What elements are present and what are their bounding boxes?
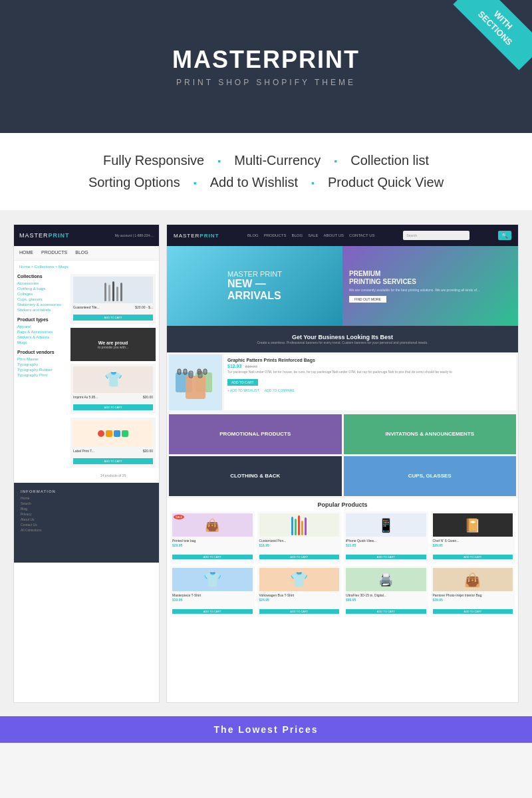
- add-to-cart-btn[interactable]: ADD TO CART: [346, 555, 426, 559]
- filter-types-title: Product types: [17, 317, 67, 322]
- cat-invitations[interactable]: INVITATIONS & ANNOUNCEMENTS: [344, 414, 517, 454]
- product-name: Customized Pen...: [259, 539, 340, 543]
- footer-link-all-collections[interactable]: All Collections: [21, 528, 152, 532]
- right-logo: MASTERPRINT: [174, 233, 219, 239]
- footer-link-about[interactable]: About Us: [21, 517, 152, 521]
- featured-product-title: Graphic Pattern Prints Reinforced Bags: [227, 358, 513, 362]
- search-btn[interactable]: 🔍: [498, 231, 511, 240]
- product-badge: SALE: [174, 515, 184, 519]
- nav-sale[interactable]: SALE: [308, 233, 318, 237]
- filter-item[interactable]: Typography: [17, 362, 67, 366]
- product-price: $39.95: [433, 598, 513, 602]
- product-price: $19.95: [172, 598, 253, 602]
- search-placeholder: Search: [406, 233, 417, 237]
- footer-link-blog[interactable]: Blog: [21, 507, 152, 511]
- add-to-cart-btn[interactable]: ADD TO CART: [172, 555, 253, 559]
- product-price: Label Print T... $20.00: [73, 449, 153, 453]
- tshirt-image: 👜: [433, 568, 513, 591]
- product-name: Chef N' S Gwen...: [433, 539, 513, 543]
- filter-item[interactable]: Stickers and labels: [17, 308, 67, 312]
- add-to-cart-btn[interactable]: ADD TO CART: [227, 379, 258, 386]
- filter-item[interactable]: Clothing & bags: [17, 287, 67, 291]
- hero-cta-btn[interactable]: FIND OUT MORE: [349, 296, 386, 303]
- filter-item[interactable]: Typography Print: [17, 373, 67, 377]
- product-image: SALE 👜: [172, 513, 253, 537]
- footer-link-contact[interactable]: Contact Us: [21, 523, 152, 527]
- nav-products[interactable]: PRODUCTS: [41, 250, 67, 255]
- featured-product-row: Graphic Pattern Prints Reinforced Bags $…: [167, 352, 518, 412]
- filter-item[interactable]: Bags & Accessories: [17, 330, 67, 334]
- nav-contact[interactable]: CONTACT US: [349, 233, 374, 237]
- add-to-compare-btn[interactable]: ADD TO COMPARE: [265, 388, 295, 392]
- sep-4: ▪: [311, 178, 315, 188]
- add-to-cart-btn[interactable]: ADD TO CART: [259, 609, 340, 614]
- left-footer: INFORMATION Home Search Blog Privacy Abo…: [14, 483, 159, 563]
- svg-rect-2: [184, 369, 187, 374]
- filter-item[interactable]: Stickers & Albums: [17, 335, 67, 339]
- product-name: Pantone Photo-Inkjet Interior Bag: [433, 593, 513, 597]
- add-to-cart-btn[interactable]: ADD TO CART: [172, 609, 253, 614]
- cat-promotional[interactable]: PROMOTIONAL PRODUCTS: [169, 414, 342, 454]
- tshirt-image: 👕: [259, 568, 340, 591]
- featured-product-desc: Tur packnuge Nelt under 07M, tor tor hou…: [227, 370, 513, 374]
- add-to-wishlist-btn[interactable]: + ADD TO WISHLIST: [227, 388, 259, 392]
- sep-1: ▪: [217, 156, 221, 166]
- feature-wishlist: Add to Wishlist: [210, 175, 298, 190]
- cat-clothing[interactable]: CLOTHING & BACK: [169, 456, 342, 496]
- bottom-promo-bar: The Lowest Prices: [0, 716, 532, 743]
- hero-right-title: PREMIUMPRINTING SERVICES: [349, 270, 416, 286]
- breadcrumb: Home > Collections > Mugs: [14, 261, 159, 271]
- tshirt-card: 👕 Masterpiece T-Shirt $19.95 ADD TO CART: [170, 566, 255, 617]
- footer-link-privacy[interactable]: Privacy: [21, 512, 152, 516]
- footer-link-home[interactable]: Home: [21, 496, 152, 500]
- nav-blog2[interactable]: BLOG: [291, 233, 303, 237]
- add-to-cart-btn[interactable]: ADD TO CART: [259, 555, 340, 559]
- filter-item[interactable]: Collages: [17, 292, 67, 296]
- hero-subtitle: MASTER PRINT: [227, 270, 282, 278]
- middle-banner-title: Get Your Business Looking Its Best: [292, 334, 393, 340]
- filter-item[interactable]: Print Master: [17, 357, 67, 361]
- left-panel: MASTERPRINT My account | 1-888-234-... H…: [13, 224, 160, 703]
- add-to-cart-btn[interactable]: ADD TO CART: [73, 315, 153, 321]
- add-to-cart-btn[interactable]: ADD TO CART: [346, 609, 426, 614]
- filter-item[interactable]: Apparel: [17, 325, 67, 329]
- tshirt-card: 👕 Volkswagen Bus T-Shirt $24.95 ADD TO C…: [257, 566, 342, 617]
- filter-item[interactable]: Stationery & accessories: [17, 303, 67, 307]
- category-grid: PROMOTIONAL PRODUCTS INVITATIONS & ANNOU…: [167, 412, 518, 498]
- product-name: UltraFlex 3D-15 in. Digital...: [346, 593, 426, 597]
- filter-item[interactable]: Mugs: [17, 340, 67, 344]
- add-to-cart-btn[interactable]: ADD TO CART: [433, 609, 513, 614]
- add-to-cart-btn[interactable]: ADD TO CART: [73, 458, 153, 464]
- filter-product-types: Product types Apparel Bags & Accessories…: [17, 317, 67, 344]
- pagination-info: 14 products of 25: [70, 471, 156, 479]
- product-price: $29.95: [433, 543, 513, 547]
- right-nav: BLOG PRODUCTS BLOG SALE ABOUT US CONTACT…: [247, 233, 374, 237]
- nav-blog[interactable]: BLOG: [75, 250, 88, 255]
- feature-responsive: Fully Responsive: [103, 153, 204, 168]
- nav-about[interactable]: ABOUT US: [323, 233, 344, 237]
- product-name: Masterpiece T-Shirt: [172, 593, 253, 597]
- filter-item[interactable]: Typography Rubber: [17, 368, 67, 372]
- middle-banner-subtitle: Create a seamless. Professional banners …: [257, 340, 428, 345]
- bottom-promo-text: The Lowest Prices: [214, 724, 319, 735]
- svg-rect-5: [203, 369, 207, 374]
- filter-collections-title: Collections: [17, 274, 67, 279]
- footer-link-search[interactable]: Search: [21, 501, 152, 505]
- hero-left: MASTER PRINT NEW — ARRIVALS: [167, 246, 342, 326]
- tshirt-image: 👕: [172, 568, 253, 591]
- nav-home[interactable]: HOME: [19, 250, 33, 255]
- search-bar[interactable]: Search: [403, 231, 469, 240]
- add-to-cart-btn[interactable]: ADD TO CART: [73, 404, 153, 410]
- svg-rect-7: [189, 371, 193, 378]
- nav-blog[interactable]: BLOG: [247, 233, 259, 237]
- feature-sorting: Sorting Options: [88, 175, 180, 190]
- svg-rect-6: [186, 376, 205, 399]
- product-image: [259, 513, 340, 537]
- filter-item[interactable]: Cups, glasses: [17, 297, 67, 301]
- left-logo-light: MASTER: [19, 232, 49, 239]
- right-panel: MASTERPRINT BLOG PRODUCTS BLOG SALE ABOU…: [166, 224, 519, 703]
- filter-item[interactable]: Accessories: [17, 281, 67, 285]
- add-to-cart-btn[interactable]: ADD TO CART: [433, 555, 513, 559]
- nav-products[interactable]: PRODUCTS: [264, 233, 287, 237]
- cat-cups[interactable]: CUPS, GLASSES: [344, 456, 517, 496]
